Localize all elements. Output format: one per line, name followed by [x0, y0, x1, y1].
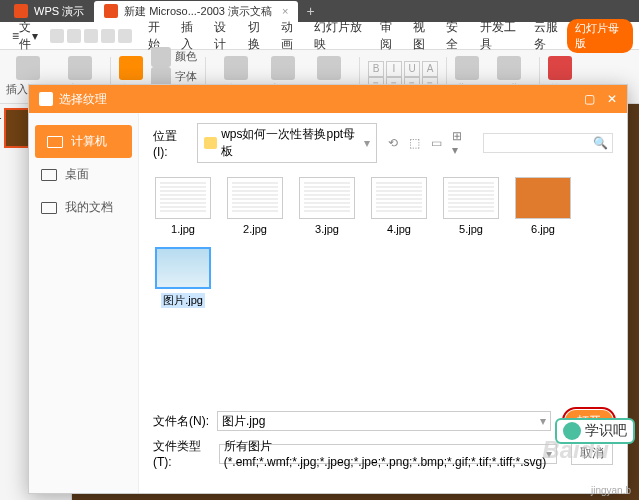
ribbon-tabs: 开始 插入 设计 切换 动画 幻灯片放映 审阅 视图 安全 开发工具 云服务	[148, 19, 567, 53]
dialog-close-button[interactable]: ✕	[607, 92, 617, 106]
qat-undo-icon[interactable]	[101, 29, 115, 43]
tab-close-icon[interactable]: ×	[282, 5, 288, 17]
tab-security[interactable]: 安全	[446, 19, 467, 53]
bg-icon	[455, 56, 479, 80]
filename-input[interactable]: 图片.jpg ▾	[217, 411, 551, 431]
tab-animation[interactable]: 动画	[281, 19, 302, 53]
location-label: 位置(I):	[153, 128, 189, 159]
dialog-body: 计算机 桌面 我的文档 位置(I): wps如何一次性替换ppt母板 ▾ ⟲	[29, 113, 627, 493]
folder-icon	[204, 137, 217, 149]
file-name: 4.jpg	[387, 223, 411, 235]
tab-design[interactable]: 设计	[214, 19, 235, 53]
qat-preview-icon[interactable]	[84, 29, 98, 43]
file-thumb	[155, 247, 211, 289]
sidebar-item-mydocs[interactable]: 我的文档	[29, 191, 138, 224]
file-name: 6.jpg	[531, 223, 555, 235]
qat-save-icon[interactable]	[50, 29, 64, 43]
chevron-down-icon: ▾	[364, 136, 370, 150]
insert-layout-icon	[68, 56, 92, 80]
watermark-footer: jingyan.b	[591, 485, 631, 496]
close-icon	[548, 56, 572, 80]
dialog-titlebar[interactable]: 选择纹理 ▢ ✕	[29, 85, 627, 113]
desktop-icon	[41, 169, 57, 181]
underline-button[interactable]: U	[404, 61, 420, 77]
filetype-label: 文件类型(T):	[153, 438, 211, 469]
dialog-app-icon	[39, 92, 53, 106]
xsb-icon	[563, 422, 581, 440]
file-item[interactable]: 5.jpg	[441, 177, 501, 235]
tab-add-button[interactable]: +	[306, 3, 314, 19]
italic-button[interactable]: I	[386, 61, 402, 77]
tab-doc-label: 新建 Microso...-2003 演示文稿	[124, 4, 272, 19]
file-item-selected[interactable]: 图片.jpg	[153, 247, 213, 308]
file-item[interactable]: 1.jpg	[153, 177, 213, 235]
tab-review[interactable]: 审阅	[380, 19, 401, 53]
theme-icon	[119, 56, 143, 80]
dialog-controls: ▢ ✕	[584, 92, 617, 106]
save-bg-icon	[497, 56, 521, 80]
tab-view[interactable]: 视图	[413, 19, 434, 53]
tab-cloud[interactable]: 云服务	[534, 19, 566, 53]
master-mode-badge[interactable]: 幻灯片母版	[567, 19, 634, 53]
rename-icon	[271, 56, 295, 80]
location-value: wps如何一次性替换ppt母板	[221, 126, 360, 160]
dialog-sidebar: 计算机 桌面 我的文档	[29, 113, 139, 493]
search-input[interactable]: 🔍	[483, 133, 613, 153]
menubar: ≡ 文件 ▾ 开始 插入 设计 切换 动画 幻灯片放映 审阅 视图 安全 开发工…	[0, 22, 639, 50]
sidebar-item-desktop[interactable]: 桌面	[29, 158, 138, 191]
filename-value: 图片.jpg	[222, 413, 265, 430]
chevron-down-icon[interactable]: ▾	[540, 414, 546, 428]
font-color-button[interactable]: A	[422, 61, 438, 77]
filetype-input[interactable]: 所有图片 (*.emf;*.wmf;*.jpg;*.jpeg;*.jpe;*.p…	[219, 444, 558, 464]
filename-label: 文件名(N):	[153, 413, 209, 430]
file-thumb	[443, 177, 499, 219]
nav-back-icon[interactable]: ⟲	[385, 135, 401, 151]
file-name: 3.jpg	[315, 223, 339, 235]
toolbar-icons: ⟲ ⬚ ▭ ⊞ ▾	[385, 135, 467, 151]
location-bar: 位置(I): wps如何一次性替换ppt母板 ▾ ⟲ ⬚ ▭ ⊞ ▾ 🔍	[153, 123, 613, 163]
file-item[interactable]: 4.jpg	[369, 177, 429, 235]
sidebar-computer-label: 计算机	[71, 133, 107, 150]
qat-print-icon[interactable]	[67, 29, 81, 43]
sidebar-item-computer[interactable]: 计算机	[35, 125, 132, 158]
file-grid: 1.jpg 2.jpg 3.jpg 4.jpg 5.jpg	[153, 173, 613, 402]
file-name: 图片.jpg	[161, 293, 205, 308]
sidebar-mydocs-label: 我的文档	[65, 199, 113, 216]
bold-button[interactable]: B	[368, 61, 384, 77]
file-dialog: 选择纹理 ▢ ✕ 计算机 桌面 我的文档 位置(I):	[28, 84, 628, 494]
file-thumb	[515, 177, 571, 219]
view-mode-icon[interactable]: ⊞ ▾	[451, 135, 467, 151]
new-folder-icon[interactable]: ▭	[429, 135, 445, 151]
tab-slideshow[interactable]: 幻灯片放映	[314, 19, 367, 53]
file-name: 1.jpg	[171, 223, 195, 235]
qat-redo-icon[interactable]	[118, 29, 132, 43]
dialog-maximize-button[interactable]: ▢	[584, 92, 595, 106]
quick-access-toolbar	[50, 29, 132, 43]
file-menu[interactable]: ≡ 文件 ▾	[6, 17, 44, 55]
file-item[interactable]: 3.jpg	[297, 177, 357, 235]
color-button[interactable]: 颜色	[151, 47, 197, 67]
color-icon	[151, 47, 171, 67]
mydocs-icon	[41, 202, 57, 214]
filetype-value: 所有图片 (*.emf;*.wmf;*.jpg;*.jpeg;*.jpe;*.p…	[224, 438, 547, 469]
location-dropdown[interactable]: wps如何一次性替换ppt母板 ▾	[197, 123, 377, 163]
computer-icon	[47, 136, 63, 148]
xsb-text: 学识吧	[585, 422, 627, 440]
filename-row: 文件名(N): 图片.jpg ▾ 打开	[153, 410, 613, 432]
tab-developer[interactable]: 开发工具	[480, 19, 523, 53]
file-thumb	[155, 177, 211, 219]
nav-up-icon[interactable]: ⬚	[407, 135, 423, 151]
file-item[interactable]: 2.jpg	[225, 177, 285, 235]
file-item[interactable]: 6.jpg	[513, 177, 573, 235]
tab-transition[interactable]: 切换	[248, 19, 269, 53]
insert-master-icon	[16, 56, 40, 80]
master-layout-icon	[317, 56, 341, 80]
file-name: 2.jpg	[243, 223, 267, 235]
menu-left: ≡ 文件 ▾	[6, 17, 132, 55]
file-thumb	[227, 177, 283, 219]
file-thumb	[371, 177, 427, 219]
sidebar-desktop-label: 桌面	[65, 166, 89, 183]
search-icon: 🔍	[593, 136, 608, 150]
file-name: 5.jpg	[459, 223, 483, 235]
file-thumb	[299, 177, 355, 219]
